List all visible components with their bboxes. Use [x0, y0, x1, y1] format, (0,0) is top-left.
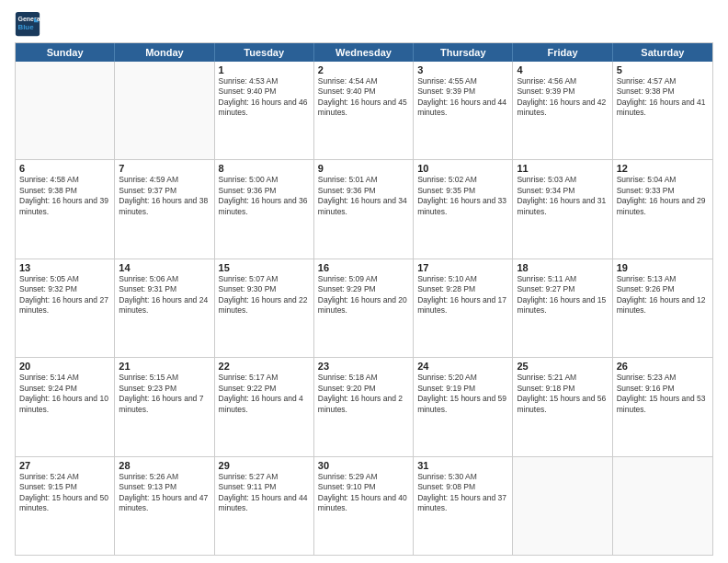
calendar-day-19: 19Sunrise: 5:13 AM Sunset: 9:26 PM Dayli… [613, 259, 712, 357]
day-number: 10 [417, 163, 508, 174]
day-number: 20 [19, 361, 110, 372]
calendar-header: SundayMondayTuesdayWednesdayThursdayFrid… [16, 43, 712, 62]
calendar-day-13: 13Sunrise: 5:05 AM Sunset: 9:32 PM Dayli… [16, 259, 115, 357]
weekday-header: Tuesday [215, 43, 314, 62]
day-info: Sunrise: 5:13 AM Sunset: 9:26 PM Dayligh… [617, 274, 709, 316]
calendar-day-18: 18Sunrise: 5:11 AM Sunset: 9:27 PM Dayli… [513, 259, 612, 357]
calendar-day-28: 28Sunrise: 5:26 AM Sunset: 9:13 PM Dayli… [115, 457, 214, 555]
day-info: Sunrise: 4:54 AM Sunset: 9:40 PM Dayligh… [318, 76, 409, 119]
day-info: Sunrise: 5:24 AM Sunset: 9:15 PM Dayligh… [19, 472, 110, 514]
calendar-day-4: 4Sunrise: 4:56 AM Sunset: 9:39 PM Daylig… [513, 62, 612, 159]
day-number: 21 [119, 361, 210, 372]
calendar-day-15: 15Sunrise: 5:07 AM Sunset: 9:30 PM Dayli… [215, 259, 314, 357]
day-number: 14 [119, 262, 210, 273]
day-number: 5 [617, 64, 709, 75]
day-info: Sunrise: 5:07 AM Sunset: 9:30 PM Dayligh… [219, 274, 310, 316]
calendar-day-11: 11Sunrise: 5:03 AM Sunset: 9:34 PM Dayli… [513, 160, 612, 258]
calendar-day-10: 10Sunrise: 5:02 AM Sunset: 9:35 PM Dayli… [414, 160, 513, 258]
svg-text:Blue: Blue [18, 23, 35, 31]
day-number: 22 [219, 361, 310, 372]
day-info: Sunrise: 5:15 AM Sunset: 9:23 PM Dayligh… [119, 373, 210, 415]
weekday-header: Monday [115, 43, 214, 62]
calendar-day-24: 24Sunrise: 5:20 AM Sunset: 9:19 PM Dayli… [414, 358, 513, 455]
calendar-day-25: 25Sunrise: 5:21 AM Sunset: 9:18 PM Dayli… [513, 358, 612, 455]
header: General Blue [15, 11, 713, 37]
calendar-day-23: 23Sunrise: 5:18 AM Sunset: 9:20 PM Dayli… [314, 358, 414, 455]
day-info: Sunrise: 5:18 AM Sunset: 9:20 PM Dayligh… [318, 373, 409, 415]
day-info: Sunrise: 5:27 AM Sunset: 9:11 PM Dayligh… [219, 472, 310, 514]
calendar-week: 6Sunrise: 4:58 AM Sunset: 9:38 PM Daylig… [16, 160, 712, 259]
day-info: Sunrise: 5:04 AM Sunset: 9:33 PM Dayligh… [617, 175, 709, 217]
day-info: Sunrise: 5:09 AM Sunset: 9:29 PM Dayligh… [318, 274, 409, 316]
calendar-day-22: 22Sunrise: 5:17 AM Sunset: 9:22 PM Dayli… [215, 358, 314, 455]
calendar-day-21: 21Sunrise: 5:15 AM Sunset: 9:23 PM Dayli… [115, 358, 214, 455]
day-number: 18 [517, 262, 608, 273]
day-number: 24 [417, 361, 508, 372]
calendar-day-7: 7Sunrise: 4:59 AM Sunset: 9:37 PM Daylig… [115, 160, 214, 258]
calendar-week: 27Sunrise: 5:24 AM Sunset: 9:15 PM Dayli… [16, 457, 712, 555]
day-number: 31 [417, 460, 508, 471]
day-info: Sunrise: 5:29 AM Sunset: 9:10 PM Dayligh… [318, 472, 409, 514]
day-number: 9 [318, 163, 409, 174]
calendar-day-3: 3Sunrise: 4:55 AM Sunset: 9:39 PM Daylig… [414, 62, 513, 159]
day-info: Sunrise: 4:58 AM Sunset: 9:38 PM Dayligh… [19, 175, 110, 217]
day-info: Sunrise: 4:56 AM Sunset: 9:39 PM Dayligh… [517, 76, 608, 119]
day-info: Sunrise: 4:57 AM Sunset: 9:38 PM Dayligh… [617, 76, 709, 119]
day-info: Sunrise: 4:53 AM Sunset: 9:40 PM Dayligh… [219, 76, 310, 119]
calendar-week: 20Sunrise: 5:14 AM Sunset: 9:24 PM Dayli… [16, 358, 712, 456]
weekday-header: Saturday [613, 43, 712, 62]
day-number: 15 [219, 262, 310, 273]
calendar-day-20: 20Sunrise: 5:14 AM Sunset: 9:24 PM Dayli… [16, 358, 115, 455]
day-number: 23 [318, 361, 409, 372]
day-number: 16 [318, 262, 409, 273]
day-info: Sunrise: 5:14 AM Sunset: 9:24 PM Dayligh… [19, 373, 110, 415]
day-number: 12 [617, 163, 709, 174]
calendar-body: 1Sunrise: 4:53 AM Sunset: 9:40 PM Daylig… [16, 62, 712, 555]
day-number: 30 [318, 460, 409, 471]
calendar-day-empty [613, 457, 712, 555]
weekday-header: Wednesday [314, 43, 414, 62]
day-number: 27 [19, 460, 110, 471]
calendar-day-9: 9Sunrise: 5:01 AM Sunset: 9:36 PM Daylig… [314, 160, 414, 258]
day-number: 13 [19, 262, 110, 273]
day-info: Sunrise: 5:00 AM Sunset: 9:36 PM Dayligh… [219, 175, 310, 217]
day-info: Sunrise: 5:26 AM Sunset: 9:13 PM Dayligh… [119, 472, 210, 514]
calendar-day-2: 2Sunrise: 4:54 AM Sunset: 9:40 PM Daylig… [314, 62, 414, 159]
calendar-day-1: 1Sunrise: 4:53 AM Sunset: 9:40 PM Daylig… [215, 62, 314, 159]
logo: General Blue [15, 11, 40, 37]
day-number: 7 [119, 163, 210, 174]
calendar-day-empty [115, 62, 214, 159]
weekday-header: Thursday [414, 43, 513, 62]
day-info: Sunrise: 5:06 AM Sunset: 9:31 PM Dayligh… [119, 274, 210, 316]
page: General Blue SundayMondayTuesdayWednesda… [0, 0, 728, 563]
calendar-day-6: 6Sunrise: 4:58 AM Sunset: 9:38 PM Daylig… [16, 160, 115, 258]
day-number: 2 [318, 64, 409, 75]
day-info: Sunrise: 5:01 AM Sunset: 9:36 PM Dayligh… [318, 175, 409, 217]
day-number: 6 [19, 163, 110, 174]
weekday-header: Friday [513, 43, 612, 62]
calendar-day-8: 8Sunrise: 5:00 AM Sunset: 9:36 PM Daylig… [215, 160, 314, 258]
day-info: Sunrise: 4:55 AM Sunset: 9:39 PM Dayligh… [417, 76, 508, 119]
weekday-header: Sunday [16, 43, 115, 62]
day-info: Sunrise: 5:05 AM Sunset: 9:32 PM Dayligh… [19, 274, 110, 316]
calendar-week: 13Sunrise: 5:05 AM Sunset: 9:32 PM Dayli… [16, 259, 712, 358]
calendar-day-30: 30Sunrise: 5:29 AM Sunset: 9:10 PM Dayli… [314, 457, 414, 555]
day-number: 8 [219, 163, 310, 174]
day-number: 19 [617, 262, 709, 273]
day-info: Sunrise: 5:02 AM Sunset: 9:35 PM Dayligh… [417, 175, 508, 217]
calendar-day-16: 16Sunrise: 5:09 AM Sunset: 9:29 PM Dayli… [314, 259, 414, 357]
day-info: Sunrise: 5:23 AM Sunset: 9:16 PM Dayligh… [617, 373, 709, 415]
day-info: Sunrise: 5:21 AM Sunset: 9:18 PM Dayligh… [517, 373, 608, 415]
day-number: 3 [417, 64, 508, 75]
day-number: 28 [119, 460, 210, 471]
day-info: Sunrise: 5:30 AM Sunset: 9:08 PM Dayligh… [417, 472, 508, 514]
day-info: Sunrise: 5:11 AM Sunset: 9:27 PM Dayligh… [517, 274, 608, 316]
logo-icon: General Blue [15, 11, 40, 37]
calendar-day-29: 29Sunrise: 5:27 AM Sunset: 9:11 PM Dayli… [215, 457, 314, 555]
calendar-day-empty [16, 62, 115, 159]
day-info: Sunrise: 4:59 AM Sunset: 9:37 PM Dayligh… [119, 175, 210, 217]
calendar-day-14: 14Sunrise: 5:06 AM Sunset: 9:31 PM Dayli… [115, 259, 214, 357]
calendar-day-26: 26Sunrise: 5:23 AM Sunset: 9:16 PM Dayli… [613, 358, 712, 455]
day-info: Sunrise: 5:03 AM Sunset: 9:34 PM Dayligh… [517, 175, 608, 217]
calendar-day-empty [513, 457, 612, 555]
